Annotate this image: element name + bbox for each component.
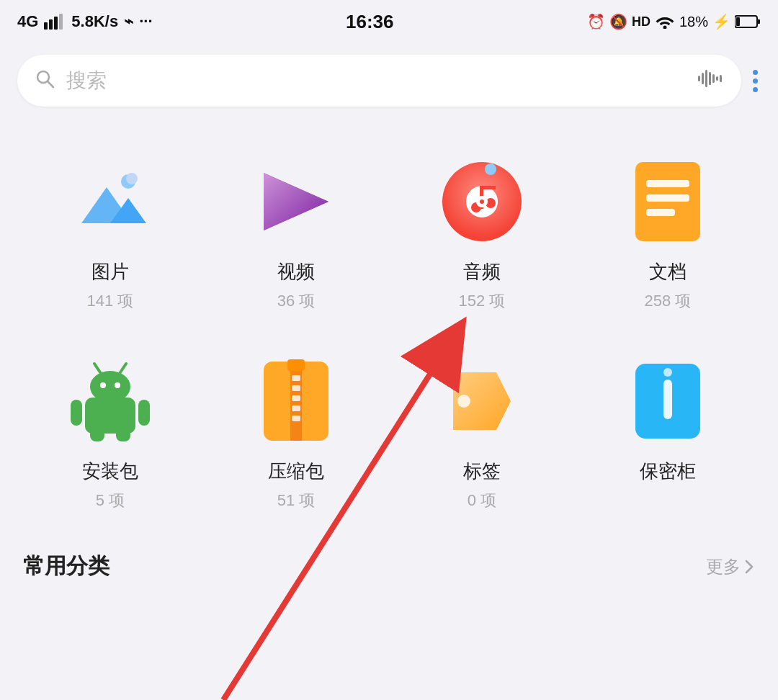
status-right: ⏰ 🔕 HD 18% ⚡ <box>587 13 761 30</box>
photos-count: 141 项 <box>87 290 134 312</box>
grid-item-photos[interactable]: 图片 141 项 <box>17 135 203 335</box>
section-title: 常用分类 <box>23 552 109 581</box>
audio-label: 音频 <box>463 259 501 284</box>
video-count: 36 项 <box>277 290 316 312</box>
grid-layout: 图片 141 项 视频 36 项 <box>17 135 761 534</box>
svg-rect-57 <box>663 380 672 419</box>
svg-rect-28 <box>480 186 496 189</box>
docs-count: 258 项 <box>645 290 692 312</box>
svg-point-39 <box>115 382 120 388</box>
more-label: 更多 <box>706 555 741 578</box>
svg-rect-3 <box>59 14 63 30</box>
svg-rect-33 <box>646 180 689 187</box>
svg-rect-14 <box>712 74 715 83</box>
status-time: 16:36 <box>346 11 394 33</box>
section-header: 常用分类 更多 <box>0 534 778 590</box>
svg-marker-22 <box>264 173 328 230</box>
search-container: 搜索 <box>0 43 778 118</box>
svg-rect-44 <box>90 428 104 441</box>
svg-rect-45 <box>116 428 130 441</box>
grid-item-zip[interactable]: 压缩包 51 项 <box>203 335 389 534</box>
status-bar: 4G 5.8K/s ⌁ ··· 16:36 ⏰ 🔕 HD 18% ⚡ <box>0 0 778 43</box>
svg-rect-42 <box>71 400 82 426</box>
status-left: 4G 5.8K/s ⌁ ··· <box>17 12 153 31</box>
tag-label: 标签 <box>463 459 501 484</box>
svg-rect-36 <box>85 398 135 434</box>
svg-rect-16 <box>720 75 722 82</box>
svg-point-37 <box>90 371 130 403</box>
more-options-button[interactable] <box>750 67 761 95</box>
mute-icon: 🔕 <box>609 13 627 30</box>
apk-label: 安装包 <box>82 459 138 484</box>
docs-icon <box>625 158 711 245</box>
charge-icon: ⚡ <box>712 13 730 30</box>
svg-rect-6 <box>757 19 760 24</box>
svg-rect-10 <box>698 76 700 81</box>
zip-count: 51 项 <box>277 490 316 511</box>
chevron-right-icon <box>743 558 755 575</box>
search-icon <box>35 68 55 94</box>
battery-icon <box>735 14 761 29</box>
svg-rect-34 <box>646 194 689 202</box>
svg-rect-7 <box>736 17 740 26</box>
svg-rect-51 <box>292 395 300 401</box>
grid-item-vault[interactable]: 保密柜 <box>575 335 761 534</box>
photos-icon <box>67 158 153 245</box>
signal-bars-icon <box>44 14 66 30</box>
svg-rect-15 <box>716 76 718 81</box>
search-bar[interactable]: 搜索 <box>17 55 741 107</box>
signal-text: 4G <box>17 12 38 31</box>
battery-percent: 18% <box>679 14 708 30</box>
audio-icon <box>439 158 525 245</box>
svg-line-9 <box>48 81 53 87</box>
svg-point-55 <box>457 395 470 408</box>
docs-label: 文档 <box>649 259 687 284</box>
svg-point-20 <box>126 173 138 184</box>
svg-rect-0 <box>44 22 48 30</box>
svg-line-40 <box>94 364 100 372</box>
svg-rect-52 <box>292 405 300 411</box>
apk-icon <box>67 358 153 444</box>
search-placeholder: 搜索 <box>66 67 687 94</box>
video-icon <box>253 158 339 245</box>
svg-rect-35 <box>646 209 675 216</box>
svg-line-41 <box>120 364 126 372</box>
svg-point-30 <box>480 199 484 204</box>
grid-item-video[interactable]: 视频 36 项 <box>203 135 389 335</box>
svg-point-31 <box>485 163 496 175</box>
category-grid: 图片 141 项 视频 36 项 <box>0 118 778 534</box>
svg-rect-2 <box>54 17 58 30</box>
apk-count: 5 项 <box>96 490 125 511</box>
grid-item-tag[interactable]: 标签 0 项 <box>389 335 575 534</box>
svg-point-4 <box>663 26 666 30</box>
section-more-button[interactable]: 更多 <box>706 555 755 578</box>
svg-rect-12 <box>705 70 707 87</box>
vault-icon <box>625 358 711 444</box>
video-label: 视频 <box>277 259 315 284</box>
svg-rect-13 <box>709 72 711 85</box>
svg-rect-49 <box>292 375 300 381</box>
svg-rect-11 <box>702 73 704 84</box>
usb-icon: ⌁ <box>124 12 133 31</box>
ellipsis: ··· <box>139 12 152 31</box>
svg-rect-1 <box>49 19 53 30</box>
zip-label: 压缩包 <box>268 459 324 484</box>
grid-item-audio[interactable]: 音频 152 项 <box>389 135 575 335</box>
svg-rect-54 <box>287 359 305 371</box>
alarm-icon: ⏰ <box>587 13 605 30</box>
grid-item-docs[interactable]: 文档 258 项 <box>575 135 761 335</box>
tag-count: 0 项 <box>468 490 496 511</box>
svg-rect-53 <box>292 416 300 421</box>
hd-label: HD <box>632 14 650 30</box>
audio-count: 152 项 <box>459 290 506 312</box>
zip-icon <box>253 358 339 444</box>
vault-label: 保密柜 <box>640 459 696 484</box>
voice-icon[interactable] <box>698 68 724 94</box>
grid-item-apk[interactable]: 安装包 5 项 <box>17 335 203 534</box>
network-speed: 5.8K/s <box>71 12 118 31</box>
svg-rect-43 <box>138 400 150 426</box>
svg-point-38 <box>100 382 106 388</box>
wifi-icon <box>655 14 675 29</box>
photos-label: 图片 <box>91 259 129 284</box>
tag-icon <box>439 358 525 444</box>
